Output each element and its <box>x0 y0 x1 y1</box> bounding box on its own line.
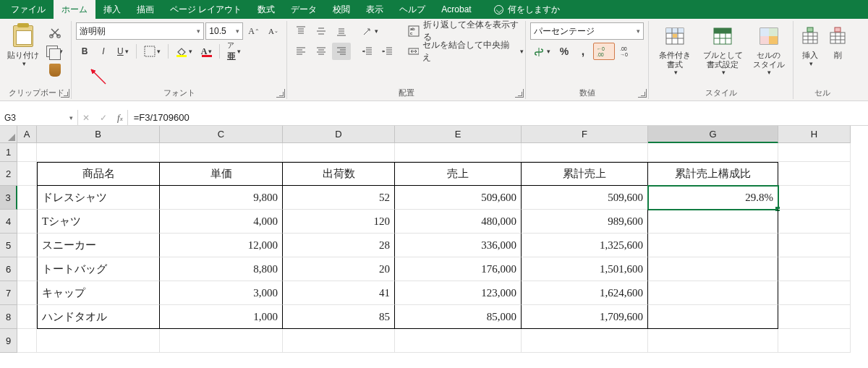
cell-G1[interactable] <box>648 143 778 162</box>
cell-H2[interactable] <box>778 162 851 186</box>
row-header-8[interactable]: 8 <box>0 305 17 329</box>
cell-A1[interactable] <box>17 143 37 162</box>
cell-F3[interactable]: 509,600 <box>522 186 648 210</box>
row-header-1[interactable]: 1 <box>0 143 17 162</box>
cell-E1[interactable] <box>395 143 522 162</box>
cell-F6[interactable]: 1,501,600 <box>522 257 648 281</box>
cell-E5[interactable]: 336,000 <box>395 234 522 257</box>
spreadsheet-grid[interactable]: ABCDEFGH12商品名単価出荷数売上累計売上累計売上構成比3ドレスシャツ9,… <box>0 126 868 353</box>
row-header-5[interactable]: 5 <box>0 234 17 257</box>
insert-cells-button[interactable]: 挿入▾ <box>798 22 822 83</box>
align-middle-button[interactable] <box>312 22 331 40</box>
borders-button[interactable]: ▾ <box>140 43 164 60</box>
cell-H5[interactable] <box>778 234 851 257</box>
cell-D8[interactable]: 85 <box>283 305 395 329</box>
cell-F2[interactable]: 累計売上 <box>522 162 648 186</box>
delete-cells-button[interactable]: 削 <box>825 22 850 83</box>
cell-H3[interactable] <box>778 186 851 210</box>
menu-formulas[interactable]: 数式 <box>250 0 283 19</box>
cancel-formula-icon[interactable]: ✕ <box>82 113 90 123</box>
cell-G7[interactable] <box>648 281 778 305</box>
conditional-format-button[interactable]: 条件付き 書式▾ <box>653 22 697 83</box>
increase-decimal-button[interactable]: ←0.00 <box>593 43 615 60</box>
merge-center-button[interactable]: セルを結合して中央揃え▾ <box>404 43 527 60</box>
formula-input[interactable]: =F3/1709600 <box>128 110 868 125</box>
format-as-table-button[interactable]: ブルとして 書式設定▾ <box>699 22 746 83</box>
col-header-G[interactable]: G <box>648 126 778 143</box>
cut-button[interactable] <box>43 24 67 41</box>
row-header-7[interactable]: 7 <box>0 281 17 305</box>
paste-button[interactable]: 貼り付け ▾ <box>7 22 40 83</box>
percent-style-button[interactable]: % <box>556 43 573 60</box>
cell-A5[interactable] <box>17 234 37 257</box>
row-header-3[interactable]: 3 <box>0 186 17 210</box>
cell-F1[interactable] <box>522 143 648 162</box>
cell-H4[interactable] <box>778 210 851 234</box>
number-format-select[interactable]: パーセンテージ▾ <box>530 22 644 40</box>
cell-C9[interactable] <box>160 329 283 353</box>
menu-review[interactable]: 校閲 <box>325 0 358 19</box>
font-size-select[interactable]: 10.5▾ <box>205 22 243 40</box>
col-header-B[interactable]: B <box>37 126 160 143</box>
cell-F4[interactable]: 989,600 <box>522 210 648 234</box>
copy-button[interactable]: ▾ <box>43 43 67 60</box>
cell-G4[interactable] <box>648 210 778 234</box>
align-center-button[interactable] <box>312 43 331 60</box>
row-header-9[interactable]: 9 <box>0 329 17 353</box>
menu-insert[interactable]: 挿入 <box>95 0 129 19</box>
cell-E8[interactable]: 85,000 <box>395 305 522 329</box>
row-header-2[interactable]: 2 <box>0 162 17 186</box>
cell-G3[interactable]: 29.8% <box>648 186 778 210</box>
col-header-C[interactable]: C <box>160 126 283 143</box>
cell-E4[interactable]: 480,000 <box>395 210 522 234</box>
cell-H8[interactable] <box>778 305 851 329</box>
cell-B9[interactable] <box>37 329 160 353</box>
increase-font-button[interactable]: A⌃ <box>244 22 263 40</box>
cell-B1[interactable] <box>37 143 160 162</box>
cell-C6[interactable]: 8,800 <box>160 257 283 281</box>
cell-D3[interactable]: 52 <box>283 186 395 210</box>
font-name-select[interactable]: 游明朝▾ <box>76 22 204 40</box>
cell-F8[interactable]: 1,709,600 <box>522 305 648 329</box>
menu-view[interactable]: 表示 <box>358 0 391 19</box>
cell-C5[interactable]: 12,000 <box>160 234 283 257</box>
cell-A9[interactable] <box>17 329 37 353</box>
cell-E3[interactable]: 509,600 <box>395 186 522 210</box>
cell-B7[interactable]: キャップ <box>37 281 160 305</box>
cell-B3[interactable]: ドレスシャツ <box>37 186 160 210</box>
cell-G9[interactable] <box>648 329 778 353</box>
cell-D5[interactable]: 28 <box>283 234 395 257</box>
cell-B6[interactable]: トートバッグ <box>37 257 160 281</box>
accounting-format-button[interactable]: ▾ <box>530 43 554 60</box>
comma-style-button[interactable]: , <box>574 43 592 60</box>
cell-D4[interactable]: 120 <box>283 210 395 234</box>
cell-G2[interactable]: 累計売上構成比 <box>648 162 778 186</box>
dialog-launcher-icon[interactable] <box>638 89 647 98</box>
align-top-button[interactable] <box>292 22 310 40</box>
col-header-A[interactable]: A <box>17 126 37 143</box>
italic-button[interactable]: I <box>95 43 112 60</box>
cell-styles-button[interactable]: セルの スタイル▾ <box>749 22 788 83</box>
select-all-corner[interactable] <box>0 126 17 143</box>
wrap-text-button[interactable]: abc 折り返して全体を表示する <box>404 22 527 40</box>
align-right-button[interactable] <box>332 43 351 60</box>
menu-draw[interactable]: 描画 <box>129 0 162 19</box>
menu-pagelayout[interactable]: ページ レイアウト <box>162 0 250 19</box>
menu-acrobat[interactable]: Acrobat <box>433 0 479 19</box>
fx-icon[interactable]: fx <box>117 112 123 124</box>
dialog-launcher-icon[interactable] <box>276 89 285 98</box>
cell-D6[interactable]: 20 <box>283 257 395 281</box>
format-painter-button[interactable] <box>43 61 67 79</box>
cell-C1[interactable] <box>160 143 283 162</box>
row-header-6[interactable]: 6 <box>0 257 17 281</box>
phonetic-button[interactable]: ア亜▾ <box>224 43 244 60</box>
col-header-E[interactable]: E <box>395 126 522 143</box>
cell-C2[interactable]: 単価 <box>160 162 283 186</box>
menu-file[interactable]: ファイル <box>3 0 54 19</box>
bold-button[interactable]: B <box>76 43 93 60</box>
cell-D1[interactable] <box>283 143 395 162</box>
dialog-launcher-icon[interactable] <box>515 89 524 98</box>
cell-D7[interactable]: 41 <box>283 281 395 305</box>
cell-B8[interactable]: ハンドタオル <box>37 305 160 329</box>
dialog-launcher-icon[interactable] <box>61 89 69 98</box>
